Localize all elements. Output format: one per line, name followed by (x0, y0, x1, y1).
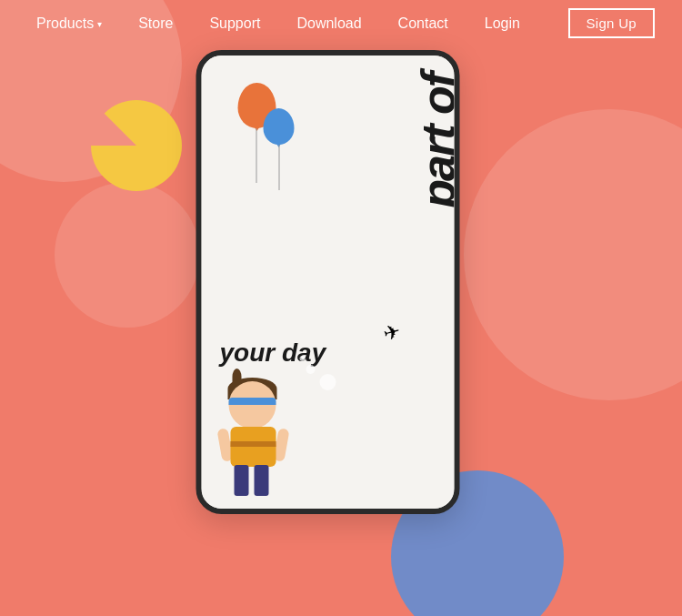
nav-products[interactable]: Products ▾ (27, 15, 120, 32)
character-headband (229, 398, 276, 405)
bg-circle-right-mid (464, 109, 682, 400)
character-stripe (231, 441, 276, 447)
navigation: Products ▾ Store Support Download Contac… (0, 0, 682, 46)
character-body (231, 427, 276, 467)
nav-products-label: Products (36, 15, 94, 32)
nav-support-label: Support (209, 15, 260, 32)
your-day-text: your day (220, 338, 326, 368)
bubble-2 (306, 365, 316, 374)
nav-support[interactable]: Support (191, 15, 278, 32)
signup-button[interactable]: Sign Up (568, 8, 655, 38)
character-leg-left (235, 465, 249, 496)
nav-download[interactable]: Download (278, 15, 379, 32)
nav-login[interactable]: Login (466, 15, 538, 32)
nav-store[interactable]: Store (120, 15, 191, 32)
nav-login-label: Login (485, 15, 520, 32)
character-head (229, 381, 276, 429)
character-leg-right (255, 465, 269, 496)
nav-contact-label: Contact (398, 15, 448, 32)
vertical-text: part of (415, 74, 455, 208)
nav-contact[interactable]: Contact (380, 15, 466, 32)
bg-circle-left-mid (55, 182, 200, 328)
balloon-string-blue (279, 145, 280, 190)
nav-store-label: Store (138, 15, 173, 32)
bubble-3 (300, 356, 306, 361)
nav-download-label: Download (296, 15, 361, 32)
nav-items: Products ▾ Store Support Download Contac… (27, 15, 568, 32)
bubble-1 (320, 374, 336, 390)
chevron-down-icon: ▾ (97, 19, 102, 29)
device-mockup: part of your day ✈ (196, 50, 460, 514)
device-screen: part of your day ✈ (202, 56, 455, 509)
balloon-blue (264, 108, 295, 145)
balloon-string-orange (256, 128, 257, 183)
yellow-decorative-shape (91, 100, 182, 191)
paper-plane-icon: ✈ (380, 319, 402, 347)
character (211, 381, 302, 509)
